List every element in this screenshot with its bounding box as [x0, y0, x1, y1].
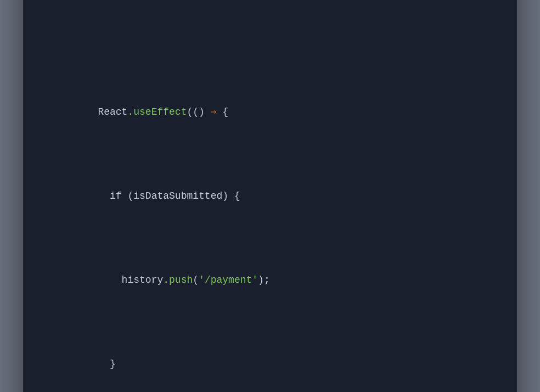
- code-text: history: [86, 275, 163, 285]
- arrow-2: ⇒: [211, 107, 217, 117]
- code-text: {: [217, 107, 229, 117]
- code-line-10: history.push('/payment');: [50, 255, 490, 305]
- code-line-9: if (isDataSubmitted) {: [50, 171, 490, 221]
- code-window: import React from 'react'; import { useH…: [23, 0, 517, 392]
- code-text: React: [86, 107, 128, 117]
- code-text: (: [193, 275, 199, 285]
- method-push: .push: [163, 275, 193, 285]
- code-text: if (isDataSubmitted) {: [86, 191, 240, 201]
- code-text: ((): [187, 107, 210, 117]
- code-line-6: const history = useHistory();: [50, 0, 490, 3]
- code-block: import React from 'react'; import { useH…: [50, 0, 490, 392]
- code-line-11: }: [50, 339, 490, 389]
- code-text: }: [86, 359, 116, 369]
- code-line-8: React.useEffect(() ⇒ {: [50, 87, 490, 137]
- code-line-blank-2: [50, 36, 490, 53]
- code-text: );: [258, 275, 270, 285]
- string-payment: '/payment': [199, 275, 258, 285]
- method-useEffect: .useEffect: [127, 107, 187, 117]
